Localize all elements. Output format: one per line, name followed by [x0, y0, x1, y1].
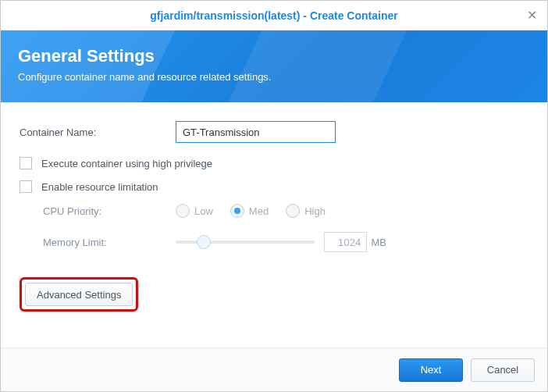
cpu-priority-high-radio[interactable] — [286, 204, 300, 218]
content-area: Container Name: Execute container using … — [1, 102, 547, 347]
cpu-priority-med-radio[interactable] — [230, 204, 244, 218]
banner-subheading: Configure container name and resource re… — [18, 71, 530, 83]
cpu-priority-label: CPU Priority: — [43, 205, 176, 217]
memory-limit-label: Memory Limit: — [43, 237, 176, 248]
cancel-button[interactable]: Cancel — [471, 358, 535, 382]
next-button[interactable]: Next — [399, 358, 463, 382]
memory-limit-unit: MB — [372, 237, 387, 248]
resource-limit-checkbox[interactable] — [20, 180, 32, 193]
dialog-title: gfjardim/transmission(latest) - Create C… — [150, 9, 397, 22]
slider-thumb[interactable] — [197, 235, 211, 249]
high-privilege-row[interactable]: Execute container using high privilege — [20, 157, 528, 169]
banner: General Settings Configure container nam… — [1, 30, 547, 102]
banner-heading: General Settings — [18, 46, 530, 66]
high-privilege-label: Execute container using high privilege — [41, 158, 212, 169]
dialog-footer: Next Cancel — [1, 347, 547, 391]
advanced-settings-highlight: Advanced Settings — [20, 277, 138, 312]
create-container-dialog: gfjardim/transmission(latest) - Create C… — [0, 0, 548, 392]
cpu-priority-med-label: Med — [249, 205, 269, 217]
cpu-priority-row: CPU Priority: Low Med High — [43, 204, 528, 218]
cpu-priority-high-label: High — [304, 205, 326, 217]
advanced-settings-button[interactable]: Advanced Settings — [25, 283, 133, 306]
cpu-priority-group: Low Med High — [176, 204, 338, 218]
cpu-priority-low-label: Low — [194, 205, 213, 217]
resource-limit-label: Enable resource limitation — [41, 181, 158, 193]
container-name-input[interactable] — [176, 121, 336, 143]
slider-track — [176, 241, 315, 244]
cpu-priority-low-radio[interactable] — [176, 204, 190, 218]
memory-limit-input — [324, 232, 367, 252]
close-icon[interactable]: ✕ — [525, 9, 538, 22]
titlebar: gfjardim/transmission(latest) - Create C… — [1, 1, 547, 30]
memory-limit-row: Memory Limit: MB — [43, 232, 528, 252]
resource-limit-row[interactable]: Enable resource limitation — [20, 180, 528, 193]
memory-limit-slider[interactable]: MB — [176, 232, 386, 252]
high-privilege-checkbox[interactable] — [20, 157, 32, 169]
container-name-row: Container Name: — [20, 121, 528, 143]
container-name-label: Container Name: — [20, 127, 176, 138]
